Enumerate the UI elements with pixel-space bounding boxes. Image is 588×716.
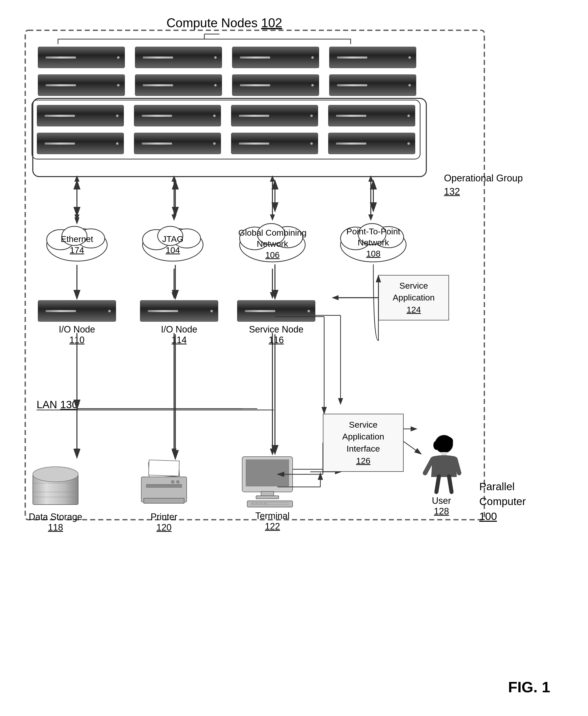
compute-node — [328, 105, 415, 126]
compute-node — [232, 75, 319, 96]
compute-node — [232, 47, 319, 68]
io-node-110-device — [38, 300, 116, 322]
svg-line-92 — [425, 459, 433, 473]
parallel-computer-label: Parallel Computer 100 — [479, 479, 526, 524]
compute-node — [38, 75, 125, 96]
jtag-cloud: JTAG 104 — [138, 217, 208, 262]
figure-label: FIG. 1 — [508, 678, 550, 696]
compute-node — [134, 105, 221, 126]
compute-node — [38, 47, 125, 68]
svg-point-77 — [171, 480, 174, 484]
compute-node — [134, 133, 221, 154]
svg-line-94 — [436, 476, 439, 492]
compute-node — [231, 105, 318, 126]
compute-node — [135, 75, 222, 96]
service-application-interface-box: Service Application Interface 126 — [323, 414, 404, 472]
svg-rect-86 — [255, 503, 258, 504]
compute-nodes-label: Compute Nodes 102 — [167, 16, 282, 30]
svg-point-76 — [176, 480, 180, 484]
ptp-cloud: Point-To-Point Network 108 — [336, 212, 411, 262]
service-node-116-area: Service Node 116 — [237, 300, 315, 345]
io-node-114-area: I/O Node 114 — [140, 300, 218, 345]
gcn-cloud: Global Combining Network 106 — [235, 212, 310, 262]
io-node-110-area: I/O Node 110 — [38, 300, 116, 345]
compute-node — [37, 105, 124, 126]
compute-node — [329, 47, 416, 68]
svg-rect-75 — [144, 498, 184, 503]
svg-line-95 — [449, 476, 451, 492]
svg-rect-79 — [246, 460, 289, 486]
compute-node — [231, 133, 318, 154]
compute-node — [135, 47, 222, 68]
ethernet-cloud: Ethernet 174 — [42, 217, 112, 262]
compute-node — [328, 133, 415, 154]
svg-rect-87 — [259, 503, 262, 504]
printer-area: Printer 120 — [134, 459, 194, 533]
operational-group-label: Operational Group 132 — [444, 172, 523, 198]
svg-rect-74 — [146, 484, 182, 487]
io-node-114-device — [140, 300, 218, 322]
compute-node — [329, 75, 416, 96]
operational-group-box — [31, 100, 420, 160]
svg-marker-63 — [332, 295, 338, 300]
compute-nodes-top-grid — [38, 47, 416, 96]
terminal-area: Terminal 122 — [240, 454, 305, 532]
compute-node — [37, 133, 124, 154]
service-node-116-device — [237, 300, 315, 322]
svg-point-90 — [433, 441, 439, 450]
svg-rect-72 — [149, 460, 180, 476]
svg-rect-88 — [264, 503, 267, 504]
svg-rect-81 — [256, 496, 279, 499]
lan-label: LAN 130 — [37, 399, 78, 411]
data-storage-area: Data Storage 118 — [28, 459, 83, 533]
svg-rect-85 — [251, 503, 254, 504]
user-area: User 128 — [419, 434, 464, 517]
service-application-box: Service Application 124 — [378, 275, 449, 320]
